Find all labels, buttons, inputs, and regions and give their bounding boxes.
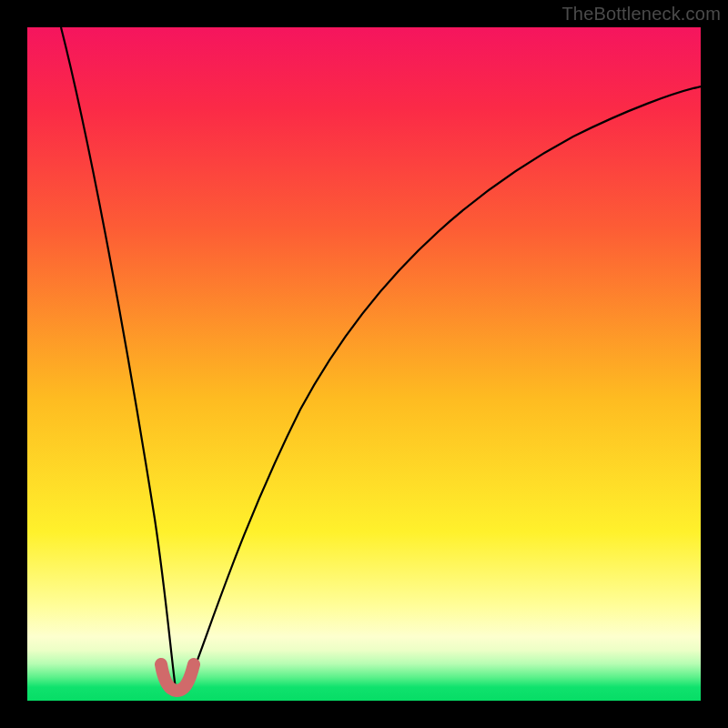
bottleneck-curve bbox=[61, 27, 701, 692]
curve-layer bbox=[27, 27, 701, 701]
plot-area bbox=[27, 27, 701, 701]
minimum-marker bbox=[161, 664, 194, 691]
outer-frame: TheBottleneck.com bbox=[0, 0, 728, 728]
watermark-text: TheBottleneck.com bbox=[561, 4, 721, 25]
